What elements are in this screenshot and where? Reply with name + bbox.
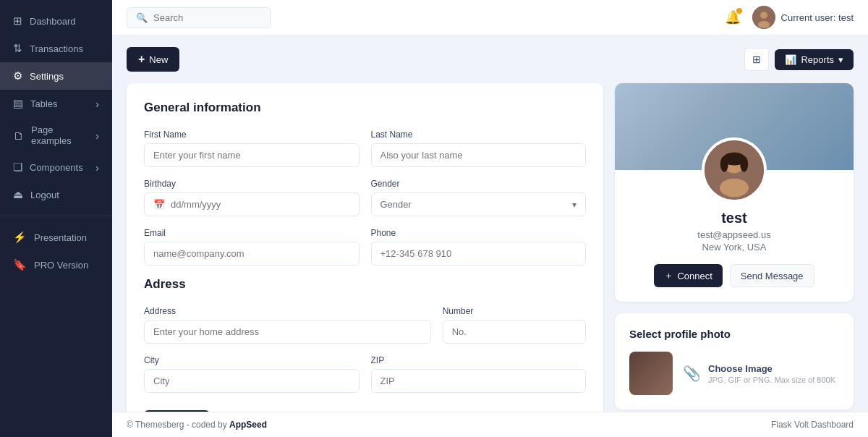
- avatar-image: [752, 6, 775, 29]
- footer-copyright-text: © Themesberg - coded by: [127, 420, 229, 430]
- reports-label: Reports: [801, 54, 834, 65]
- photo-upload-info[interactable]: 📎 Choose Image JPG, GIF or PNG. Max size…: [683, 363, 835, 384]
- notification-bell[interactable]: 🔔: [725, 9, 741, 25]
- choose-image-label: Choose Image: [708, 363, 835, 374]
- sidebar-item-tables[interactable]: ▤ Tables: [0, 90, 112, 117]
- profile-actions: ＋ Connect Send Message: [629, 264, 839, 287]
- message-button[interactable]: Send Message: [730, 264, 814, 287]
- address-number-row: Address Number: [144, 306, 586, 344]
- photo-upload-row: 📎 Choose Image JPG, GIF or PNG. Max size…: [629, 352, 839, 395]
- components-icon: ❏: [13, 161, 22, 174]
- sidebar-item-transactions[interactable]: ⇅ Transactions: [0, 35, 112, 62]
- chevron-down-icon: ▾: [572, 200, 576, 210]
- name-row: First Name Last Name: [144, 130, 586, 167]
- footer-copyright: © Themesberg - coded by AppSeed: [127, 420, 267, 430]
- avatar: [752, 6, 775, 29]
- city-group: City: [144, 355, 359, 393]
- table-view-button[interactable]: ⊞: [744, 48, 769, 71]
- birthday-gender-row: Birthday 📅 Gender Gender Mal: [144, 179, 586, 216]
- general-info-title: General information: [144, 101, 586, 115]
- sidebar-item-page-examples[interactable]: 🗋 Page examples: [0, 117, 112, 153]
- sidebar-item-dashboard[interactable]: ⊞ Dashboard: [0, 7, 112, 35]
- address-group: Address: [144, 306, 431, 344]
- first-name-input[interactable]: [144, 143, 359, 167]
- address-label: Address: [144, 306, 431, 316]
- sidebar-item-settings[interactable]: ⚙ Settings: [0, 62, 112, 90]
- search-input[interactable]: [153, 12, 255, 23]
- zip-group: ZIP: [371, 355, 587, 393]
- address-input[interactable]: [144, 320, 431, 344]
- right-column: test test@appseed.us New York, USA ＋ Con…: [615, 83, 854, 412]
- topbar: 🔍 🔔 Current user: test: [112, 0, 868, 35]
- sidebar-item-pro[interactable]: 🔖 PRO Version: [0, 251, 112, 279]
- gender-select-wrap[interactable]: Gender Male Female Other ▾: [371, 192, 587, 216]
- city-input[interactable]: [144, 369, 359, 393]
- add-person-icon: ＋: [664, 269, 673, 282]
- profile-avatar-wrap: [615, 137, 854, 203]
- sidebar-label-transactions: Transactions: [30, 43, 83, 54]
- search-icon: 🔍: [136, 12, 148, 23]
- profile-info: test test@appseed.us New York, USA ＋ Con…: [615, 203, 854, 302]
- current-user-label: Current user: test: [781, 12, 854, 23]
- birthday-group: Birthday 📅: [144, 179, 359, 216]
- email-input[interactable]: [144, 242, 359, 266]
- city-label: City: [144, 355, 359, 365]
- connect-label: Connect: [677, 271, 712, 281]
- svg-point-5: [720, 179, 749, 198]
- gender-group: Gender Gender Male Female Other ▾: [371, 179, 587, 216]
- zip-label: ZIP: [371, 355, 587, 365]
- tables-icon: ▤: [13, 97, 23, 110]
- notification-dot: [736, 8, 742, 14]
- toolbar: + New ⊞ 📊 Reports ▾: [127, 47, 854, 72]
- sidebar-label-settings: Settings: [30, 71, 64, 82]
- connect-button[interactable]: ＋ Connect: [654, 264, 722, 287]
- photo-card-title: Select profile photo: [629, 328, 839, 340]
- new-button[interactable]: + New: [127, 47, 179, 72]
- reports-button[interactable]: 📊 Reports ▾: [775, 49, 854, 70]
- profile-name: test: [629, 210, 839, 226]
- page-icon: 🗋: [13, 130, 24, 142]
- phone-input[interactable]: [371, 242, 587, 266]
- profile-avatar-image: [705, 137, 764, 203]
- sidebar-label-presentation: Presentation: [34, 232, 87, 243]
- search-box[interactable]: 🔍: [127, 7, 271, 28]
- photo-card: Select profile photo 📎 Choose Image JPG,…: [615, 313, 854, 410]
- chevron-down-icon: ▾: [838, 54, 843, 65]
- email-label: Email: [144, 228, 359, 238]
- first-name-label: First Name: [144, 130, 359, 140]
- sidebar: ⊞ Dashboard ⇅ Transactions ⚙ Settings ▤ …: [0, 0, 112, 437]
- last-name-input[interactable]: [371, 143, 587, 167]
- birthday-input-wrap[interactable]: 📅: [144, 192, 359, 216]
- email-phone-row: Email Phone: [144, 228, 586, 266]
- sidebar-label-tables: Tables: [30, 98, 58, 109]
- phone-group: Phone: [371, 228, 587, 266]
- gender-select[interactable]: Gender Male Female Other: [380, 199, 573, 210]
- zip-input[interactable]: [371, 369, 587, 393]
- settings-icon: ⚙: [13, 69, 22, 82]
- left-column: General information First Name Last Name: [127, 83, 603, 412]
- user-info[interactable]: Current user: test: [752, 6, 854, 29]
- sidebar-label-pages: Page examples: [31, 124, 88, 146]
- footer-brand-link[interactable]: AppSeed: [229, 420, 267, 430]
- svg-point-7: [720, 156, 728, 172]
- sidebar-item-presentation[interactable]: ⚡ Presentation: [0, 224, 112, 251]
- sidebar-label-components: Components: [30, 162, 83, 173]
- sidebar-item-logout[interactable]: ⏏ Logout: [0, 181, 112, 208]
- topbar-right: 🔔 Current user: test: [725, 6, 854, 29]
- file-hint-label: JPG, GIF or PNG. Max size of 800K: [708, 376, 835, 384]
- content-area: + New ⊞ 📊 Reports ▾ General informat: [112, 35, 868, 412]
- dashboard-icon: ⊞: [13, 14, 22, 27]
- chart-icon: 📊: [785, 54, 796, 65]
- pro-icon: 🔖: [13, 258, 27, 271]
- sidebar-label-dashboard: Dashboard: [30, 16, 76, 27]
- birthday-label: Birthday: [144, 179, 359, 189]
- main-columns: General information First Name Last Name: [127, 83, 854, 412]
- number-input[interactable]: [443, 320, 586, 344]
- sidebar-item-components[interactable]: ❏ Components: [0, 153, 112, 181]
- profile-card: test test@appseed.us New York, USA ＋ Con…: [615, 83, 854, 302]
- new-label: New: [149, 54, 168, 65]
- main-area: 🔍 🔔 Current user: test: [112, 0, 868, 437]
- birthday-input[interactable]: [171, 199, 350, 210]
- last-name-group: Last Name: [371, 130, 587, 167]
- photo-thumb-image: [629, 352, 673, 395]
